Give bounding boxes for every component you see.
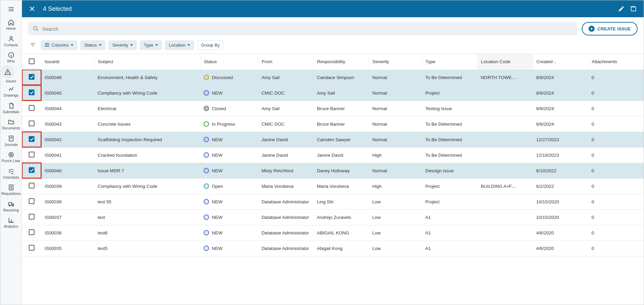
row-checkbox[interactable] xyxy=(29,105,34,111)
cell-from: Database Administrator xyxy=(258,194,314,209)
cell-subject: Compliancy with Wiring Code xyxy=(94,85,200,101)
row-checkbox[interactable] xyxy=(29,198,34,204)
cell-type: Dessign issue xyxy=(422,163,478,178)
cell-status: NEW xyxy=(200,240,258,256)
groupby-chip[interactable]: Group By xyxy=(197,41,223,50)
type-chip[interactable]: Type xyxy=(140,41,162,50)
cell-severity: Normal xyxy=(369,163,422,178)
row-checkbox[interactable] xyxy=(29,121,34,126)
status-chip[interactable]: Status xyxy=(80,41,105,50)
columns-chip[interactable]: Columns xyxy=(41,41,77,50)
svg-point-8 xyxy=(33,26,37,30)
sidebar-item-checklists[interactable]: Checklists xyxy=(1,165,21,181)
sidebar-item-rfis[interactable]: RFIs xyxy=(1,49,21,65)
table-row[interactable]: IS00041Cracked foundationNEWJanine David… xyxy=(22,147,644,163)
sidebar-item-label: Requisitions xyxy=(1,192,21,196)
sidebar-item-issues[interactable] xyxy=(1,65,15,79)
select-all-checkbox[interactable] xyxy=(29,58,34,64)
sidebar-item-punch-lists[interactable]: Punch Lists xyxy=(1,148,21,165)
col-created[interactable]: Created↓ xyxy=(533,54,588,70)
col-attachments[interactable]: Attachments xyxy=(588,54,644,70)
edit-icon[interactable] xyxy=(616,3,627,14)
row-checkbox[interactable] xyxy=(29,214,34,220)
cell-location: NORTH TOWE… xyxy=(477,70,533,85)
cell-attachments: 0 xyxy=(588,116,644,132)
table-row[interactable]: IS00038test 55NEWDatabase AdministratorL… xyxy=(22,194,644,209)
issues-table: IssueId Subject Status From Responsibili… xyxy=(22,54,644,256)
cell-attachments: 0 xyxy=(588,178,644,194)
sidebar-item-documents[interactable]: Documents xyxy=(1,116,21,132)
issues-table-wrap[interactable]: IssueId Subject Status From Responsibili… xyxy=(22,54,644,305)
columns-icon xyxy=(45,43,49,47)
cell-responsibility: Amy Sail xyxy=(314,85,369,101)
row-checkbox[interactable] xyxy=(29,183,34,188)
cell-status: Closed xyxy=(200,101,258,116)
col-responsibility[interactable]: Responsibility xyxy=(314,54,369,70)
row-checkbox[interactable] xyxy=(29,152,34,157)
hamburger-button[interactable] xyxy=(3,2,19,16)
row-checkbox[interactable] xyxy=(29,74,34,80)
table-row[interactable]: IS00045Compliancy with Wiring CodeNEWCMI… xyxy=(22,85,644,101)
sidebar-item-requisitions[interactable]: Requisitions xyxy=(1,181,21,198)
col-subject[interactable]: Subject xyxy=(94,54,200,70)
chevron-down-icon xyxy=(71,44,73,46)
library-icon[interactable] xyxy=(628,3,639,14)
severity-chip[interactable]: Severity xyxy=(109,41,137,50)
sidebar-item-analytics[interactable]: Analytics xyxy=(1,214,21,230)
info-icon xyxy=(7,51,15,59)
filter-icon[interactable] xyxy=(28,40,38,50)
sidebar-item-contacts[interactable]: Contacts xyxy=(1,32,21,49)
cell-status: NEW xyxy=(200,85,258,101)
chevron-down-icon xyxy=(155,44,158,46)
row-checkbox[interactable] xyxy=(29,90,34,95)
table-row[interactable]: IS00043Concrete IssuesIn ProgressCMIC DO… xyxy=(22,116,644,132)
table-row[interactable]: IS00046Environment, Health & SafetyDiscu… xyxy=(22,70,644,85)
location-chip[interactable]: Location xyxy=(165,41,194,50)
cell-issueid: IS00044 xyxy=(41,101,94,116)
sidebar-item-label: Home xyxy=(6,27,16,30)
warning-icon xyxy=(4,68,12,76)
cell-severity: Low xyxy=(369,209,422,225)
cell-responsibility: Janine David xyxy=(314,147,369,163)
col-status[interactable]: Status xyxy=(200,54,258,70)
col-from[interactable]: From xyxy=(258,54,314,70)
row-checkbox[interactable] xyxy=(29,245,34,251)
table-row[interactable]: IS00039Compliancy with Wiring CodeOpenMa… xyxy=(22,178,644,194)
cell-created: 4/6/2020 xyxy=(533,240,588,256)
search-input[interactable] xyxy=(42,26,572,32)
table-row[interactable]: IS00044ElectricalClosedAmy SailBruce Ban… xyxy=(22,101,644,116)
search-input-wrap[interactable] xyxy=(28,22,577,35)
col-type[interactable]: Type xyxy=(422,54,478,70)
table-row[interactable]: IS00035test5NEWDatabase AdministratorAbi… xyxy=(22,240,644,256)
polyline-icon xyxy=(7,85,15,93)
table-row[interactable]: IS00036test6NEWDatabase AdministratorABI… xyxy=(22,225,644,240)
cell-issueid: IS00036 xyxy=(41,225,94,240)
cell-issueid: IS00040 xyxy=(41,163,94,178)
close-icon[interactable] xyxy=(27,3,38,14)
cell-status: NEW xyxy=(200,132,258,147)
row-checkbox[interactable] xyxy=(29,167,34,173)
cell-from: CMIC DOC xyxy=(258,85,314,101)
cell-created: 8/8/2024 xyxy=(533,116,588,132)
cell-location xyxy=(477,101,533,116)
row-checkbox[interactable] xyxy=(29,229,34,235)
sidebar-item-submittals[interactable]: Submittals xyxy=(1,99,21,116)
table-row[interactable]: IS00042Scaffolding Inspection RequiredNE… xyxy=(22,132,644,147)
cell-created: 12/27/2023 xyxy=(533,132,588,147)
sidebar-item-receiving[interactable]: Receiving xyxy=(1,198,21,214)
sidebar-item-drawings[interactable]: Drawings xyxy=(1,83,21,99)
sidebar-item-label: Punch Lists xyxy=(2,159,20,163)
cell-created: 6/10/2022 xyxy=(533,163,588,178)
row-checkbox[interactable] xyxy=(29,136,34,142)
create-issue-button[interactable]: + CREATE ISSUE xyxy=(582,22,638,35)
table-row[interactable]: IS00040Issue MDR 7NEWMisty RetchfordDave… xyxy=(22,163,644,178)
person-icon xyxy=(7,35,15,43)
cell-from: Database Administrator xyxy=(258,225,314,240)
sidebar-item-home[interactable]: Home xyxy=(1,16,21,32)
cell-from: Amy Sail xyxy=(258,101,314,116)
table-row[interactable]: IS00037testNEWDatabase AdministratorAndr… xyxy=(22,209,644,225)
col-severity[interactable]: Severity xyxy=(369,54,422,70)
col-location[interactable]: Location Code xyxy=(477,54,533,70)
col-issueid[interactable]: IssueId xyxy=(41,54,94,70)
sidebar-item-journals[interactable]: Journals xyxy=(1,132,21,149)
